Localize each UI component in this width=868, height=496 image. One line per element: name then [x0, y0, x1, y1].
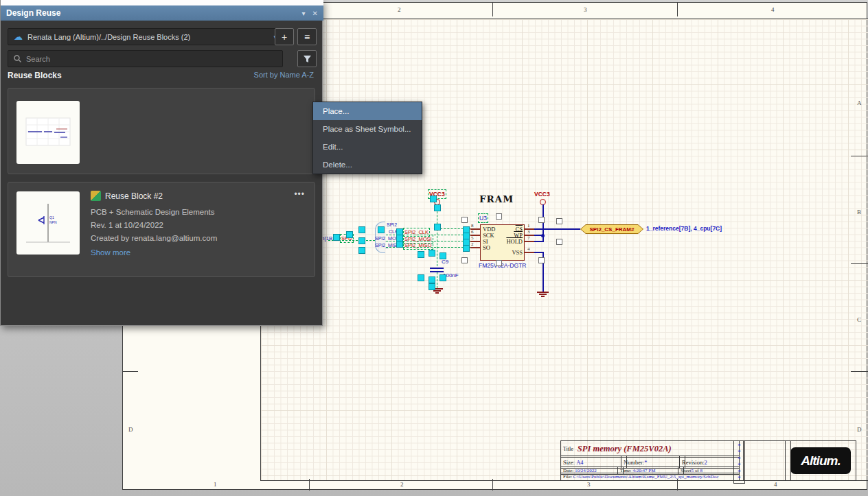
reuse-block-type: PCB + Schematic Design Elements — [91, 208, 215, 216]
panel-menu-button[interactable]: ≡ — [297, 28, 317, 45]
reuse-block-thumbnail[interactable]: Q1 NPN — [16, 191, 80, 255]
reuse-block-icon — [91, 191, 101, 201]
panel-window-edge[interactable] — [1, 0, 323, 5]
reuse-block-item-1[interactable]: New Schematic Snippet 1 Schematic Design… — [8, 88, 315, 174]
move-handle[interactable] — [556, 218, 562, 224]
component-designator[interactable]: U3 — [479, 215, 487, 222]
reuse-block-item-2[interactable]: Q1 NPN Reuse Block #2 ••• PCB + Schemati… — [8, 182, 315, 277]
harness-entry-label[interactable]: SPI2 — [387, 222, 397, 227]
selection-handle[interactable] — [333, 234, 340, 241]
selection-handle[interactable] — [358, 237, 365, 244]
plus-icon: + — [282, 32, 287, 43]
move-handle[interactable] — [538, 217, 545, 223]
selection-handle[interactable] — [358, 226, 365, 233]
menu-item-delete[interactable]: Delete... — [313, 156, 422, 174]
selection-handle[interactable] — [429, 283, 435, 290]
add-reuse-block-button[interactable]: + — [275, 28, 294, 45]
selection-handle[interactable] — [439, 252, 446, 259]
pin-name-so: SO — [483, 244, 490, 251]
component-part-number[interactable]: FM25V02A-DGTR — [479, 262, 526, 269]
selection-handle[interactable] — [430, 196, 437, 202]
port-cross-references: 1_reference[7B], 4_cpu[7C] — [646, 225, 722, 232]
move-handle[interactable] — [461, 257, 468, 263]
pin-number: 6 — [471, 229, 474, 235]
pin-stub — [470, 247, 480, 248]
selection-handle[interactable] — [418, 274, 424, 281]
panel-close-icon[interactable]: ✕ — [312, 10, 318, 17]
selection-handle[interactable] — [358, 247, 365, 254]
pin-number: 3 — [527, 229, 530, 235]
selection-handle[interactable] — [434, 224, 441, 231]
selection-handle[interactable] — [463, 245, 470, 252]
move-handle[interactable] — [556, 239, 562, 245]
cloud-icon: ☁ — [14, 32, 23, 42]
wire[interactable] — [534, 228, 580, 230]
selection-handle[interactable] — [396, 241, 403, 248]
pin-number: 2 — [471, 241, 474, 247]
pin-name-hold: HOLD — [506, 238, 523, 245]
pin-number: 4 — [527, 246, 530, 252]
wire[interactable] — [542, 204, 544, 241]
pin-stub — [525, 241, 534, 242]
pin-number: 7 — [527, 235, 530, 241]
selection-handle[interactable] — [439, 274, 446, 281]
menu-item-place[interactable]: Place... — [313, 102, 422, 120]
sort-link[interactable]: Sort by Name A-Z — [254, 71, 314, 80]
pin-stub — [525, 252, 534, 253]
menu-item-edit[interactable]: Edit... — [313, 138, 422, 156]
selection-handle[interactable] — [346, 231, 353, 238]
selection-handle[interactable] — [429, 276, 435, 283]
svg-text:Q1: Q1 — [49, 215, 54, 220]
wire[interactable] — [437, 204, 437, 266]
move-handle[interactable] — [538, 257, 545, 263]
move-handle[interactable] — [496, 260, 502, 266]
reuse-block-title: Reuse Block #2 — [105, 191, 163, 201]
hamburger-icon: ≡ — [304, 32, 310, 43]
pin-number: 1 — [527, 223, 530, 228]
panel-titlebar[interactable]: Design Reuse ▾ ✕ — [1, 5, 323, 21]
search-placeholder: Search — [26, 55, 50, 63]
fram-heading: FRAM — [479, 193, 514, 204]
reuse-block-revision: Rev. 1 at 10/24/2022 — [91, 221, 163, 229]
search-icon — [14, 55, 21, 62]
pin-name-vss: VSS — [512, 249, 523, 256]
port-spi2-cs-fram[interactable]: SPI2_CS_FRAM# — [580, 224, 643, 234]
workspace-dropdown-value: Renata Lang (Altium)/../Design Reuse Blo… — [27, 33, 273, 41]
menu-item-place-as-sheet-symbol[interactable]: Place as Sheet Symbol... — [313, 120, 422, 138]
selection-handle[interactable] — [429, 250, 435, 257]
pin-number: 5 — [471, 235, 474, 241]
selection-handle[interactable] — [378, 226, 385, 233]
section-header: Reuse Blocks Sort by Name A-Z — [8, 71, 314, 80]
more-options-button[interactable]: ••• — [294, 189, 305, 199]
panel-collapse-icon[interactable]: ▾ — [302, 10, 306, 17]
capacitor-designator[interactable]: C9 — [442, 259, 448, 265]
move-handle[interactable] — [496, 213, 502, 220]
reuse-block-creator: Created by renata.lang@altium.com — [91, 234, 217, 242]
design-reuse-panel: Design Reuse ▾ ✕ ☁ Renata Lang (Altium)/… — [0, 0, 323, 326]
pin-number: 8 — [471, 223, 474, 228]
search-input[interactable]: Search — [8, 50, 283, 67]
context-menu: Place... Place as Sheet Symbol... Edit..… — [312, 102, 422, 174]
funnel-icon — [303, 55, 312, 63]
port-label: SPI2_CS_FRAM# — [590, 226, 635, 233]
filter-button[interactable] — [297, 50, 317, 67]
selection-handle[interactable] — [434, 204, 441, 211]
workspace-dropdown[interactable]: ☁ Renata Lang (Altium)/../Design Reuse B… — [8, 28, 283, 45]
panel-title: Design Reuse — [6, 8, 295, 18]
svg-text:NPN: NPN — [49, 220, 57, 224]
wire[interactable] — [437, 272, 437, 288]
move-handle[interactable] — [461, 217, 468, 223]
vcc3-label-right[interactable]: VCC3 — [534, 191, 550, 198]
show-more-link[interactable]: Show more — [91, 248, 130, 257]
reuse-block-thumbnail[interactable] — [16, 101, 80, 164]
section-title: Reuse Blocks — [8, 71, 254, 80]
capacitor-plate[interactable] — [430, 268, 444, 269]
selection-handle[interactable] — [418, 251, 424, 258]
